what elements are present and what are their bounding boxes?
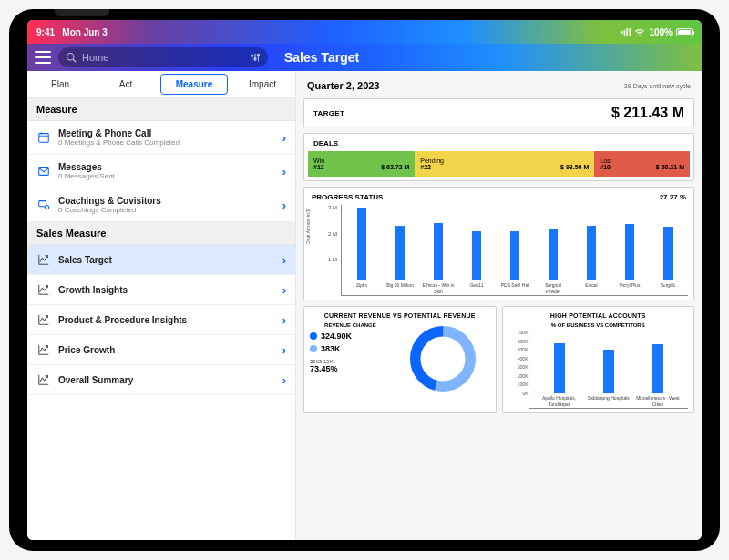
item-title: Coachings & Covisitors bbox=[58, 196, 275, 206]
chevron-right-icon: › bbox=[282, 165, 286, 178]
donut-chart bbox=[406, 322, 479, 395]
status-time: 9:41 bbox=[36, 27, 55, 37]
bar-label: Evicel bbox=[585, 282, 597, 295]
tab-impact[interactable]: Impact bbox=[230, 71, 295, 97]
item-title: Meeting & Phone Call bbox=[58, 128, 275, 138]
y-axis-label: Deal Amount in $ bbox=[305, 209, 311, 244]
chevron-right-icon: › bbox=[282, 199, 286, 212]
chart-icon bbox=[36, 312, 51, 327]
bar-rect bbox=[663, 227, 673, 280]
chevron-right-icon: › bbox=[282, 283, 286, 297]
page-title: Sales Target bbox=[275, 50, 694, 65]
tab-plan[interactable]: Plan bbox=[27, 71, 93, 97]
dot-icon bbox=[310, 345, 317, 352]
deal-segment-pending: Pending#22$ 98.50 M bbox=[415, 151, 594, 177]
svg-point-14 bbox=[45, 205, 48, 209]
y-axis: Deal Amount in $ 3 M 2 M 1 M bbox=[310, 205, 337, 296]
item-sub: 0 Meetings & Phone Calls Completed bbox=[58, 138, 275, 147]
mini-y-axis: 700K600K500K400K300K200K100K0K bbox=[508, 330, 529, 409]
bar: Big 50 Million bbox=[384, 226, 416, 295]
chart-icon bbox=[36, 372, 51, 387]
bar: Surgical Powder bbox=[537, 229, 570, 295]
mini-bar: Miscellaneous - West Cities bbox=[633, 344, 683, 408]
item-sub: 0 Coachings Completed bbox=[58, 206, 275, 214]
sidebar-item-growth-insights[interactable]: Growth Insights› bbox=[27, 275, 295, 305]
sidebar-item-messages[interactable]: Messages0 Messages Sent› bbox=[27, 155, 295, 188]
tab-act[interactable]: Act bbox=[93, 71, 159, 97]
battery-icon bbox=[676, 28, 693, 36]
body: PlanActMeasureImpact MeasureMeeting & Ph… bbox=[27, 71, 702, 540]
target-label: TARGET bbox=[313, 109, 344, 117]
chevron-right-icon: › bbox=[282, 343, 286, 357]
menu-button[interactable] bbox=[35, 51, 51, 64]
section-header: Measure bbox=[27, 98, 295, 121]
svg-rect-13 bbox=[39, 201, 46, 207]
revenue-item-2: 383K bbox=[310, 344, 391, 353]
sidebar-item-overall-summary[interactable]: Overall Summary› bbox=[27, 365, 295, 395]
revenue-footer: $263.15K 73.45% bbox=[310, 357, 391, 373]
mini-bar-label: Miscellaneous - West Cities bbox=[633, 395, 683, 408]
search-input[interactable] bbox=[82, 52, 244, 63]
main-content: Quarter 2, 2023 38 Days until new cycle … bbox=[296, 71, 702, 540]
bar-label: PDS Sahl Hal bbox=[501, 282, 529, 295]
deal-segment-win: Win#12$ 62.72 M bbox=[308, 151, 415, 177]
mini-bar-label: Safdarjung Hospitals bbox=[588, 395, 630, 408]
quarter-row: Quarter 2, 2023 38 Days until new cycle bbox=[303, 78, 694, 93]
camera-notch bbox=[55, 9, 109, 16]
bar: Gen11 bbox=[460, 231, 493, 295]
progress-pct: 27.27 % bbox=[660, 193, 686, 201]
svg-point-7 bbox=[257, 54, 259, 56]
signal-icon: •ıll bbox=[621, 27, 631, 37]
battery-pct: 100% bbox=[649, 27, 673, 37]
sidebar-item-price-growth[interactable]: Price Growth› bbox=[27, 335, 295, 365]
wifi-icon bbox=[634, 27, 645, 36]
sidebar-item-product-procedure-insights[interactable]: Product & Procedure Insights› bbox=[27, 305, 295, 335]
bar-label: Zipfix bbox=[356, 282, 367, 295]
accounts-chart: % OF BUSINESS VS COMPETITORS 700K600K500… bbox=[508, 322, 689, 409]
bar: Surgiflo bbox=[652, 227, 684, 295]
tab-measure[interactable]: Measure bbox=[160, 74, 228, 95]
bar-label: Surgical Powder bbox=[537, 282, 570, 295]
deals-row: Win#12$ 62.72 MPending#22$ 98.50 MLost#1… bbox=[308, 151, 690, 177]
chevron-right-icon: › bbox=[282, 253, 286, 267]
bar-rect bbox=[587, 226, 596, 280]
progress-chart: Deal Amount in $ 3 M 2 M 1 M ZipfixBig 5… bbox=[310, 205, 688, 296]
accounts-sub: % OF BUSINESS VS COMPETITORS bbox=[508, 322, 689, 330]
status-date: Mon Jun 3 bbox=[62, 27, 107, 37]
calendar-icon bbox=[36, 130, 51, 145]
donut-wrap bbox=[396, 322, 490, 395]
svg-rect-8 bbox=[39, 134, 49, 143]
bar: Ethicon - Win in Skin bbox=[422, 223, 455, 295]
sidebar-item-sales-target[interactable]: Sales Target› bbox=[27, 245, 295, 275]
mini-bars: Apollo Hospitals, TondiarpetSafdarjung H… bbox=[529, 330, 689, 409]
bar-rect bbox=[549, 229, 558, 280]
mini-bar-label: Apollo Hospitals, Tondiarpet bbox=[535, 395, 584, 408]
bars-area: ZipfixBig 50 MillionEthicon - Win in Ski… bbox=[341, 205, 688, 296]
filter-icon[interactable] bbox=[250, 52, 261, 63]
bar-rect bbox=[434, 223, 443, 280]
svg-point-5 bbox=[251, 55, 252, 56]
svg-point-6 bbox=[254, 58, 256, 60]
deals-card: DEALS Win#12$ 62.72 MPending#22$ 98.50 M… bbox=[303, 133, 694, 181]
bar-label: Gen11 bbox=[469, 282, 483, 295]
bar: Zipfix bbox=[345, 208, 378, 295]
chart-icon bbox=[36, 282, 51, 297]
quarter-label: Quarter 2, 2023 bbox=[307, 80, 380, 91]
bar: Vicryl Plus bbox=[613, 224, 646, 295]
mini-bar: Apollo Hospitals, Tondiarpet bbox=[535, 343, 584, 408]
search-box[interactable] bbox=[58, 47, 268, 67]
chevron-right-icon: › bbox=[282, 131, 286, 145]
item-sub: 0 Messages Sent bbox=[58, 172, 275, 180]
svg-rect-12 bbox=[39, 168, 49, 176]
mail-icon bbox=[36, 164, 51, 178]
bar-label: Vicryl Plus bbox=[619, 282, 640, 295]
bar-label: Big 50 Million bbox=[386, 282, 414, 295]
chevron-right-icon: › bbox=[282, 313, 286, 327]
bar: Evicel bbox=[575, 226, 608, 295]
item-title: Messages bbox=[58, 162, 275, 172]
bar-label: Surgiflo bbox=[661, 282, 676, 295]
bar: PDS Sahl Hal bbox=[498, 231, 531, 295]
sidebar-item-meeting-phone-call[interactable]: Meeting & Phone Call0 Meetings & Phone C… bbox=[27, 121, 295, 155]
sidebar-item-coachings-covisitors[interactable]: Coachings & Covisitors0 Coachings Comple… bbox=[27, 188, 295, 222]
item-title: Sales Target bbox=[58, 255, 275, 265]
